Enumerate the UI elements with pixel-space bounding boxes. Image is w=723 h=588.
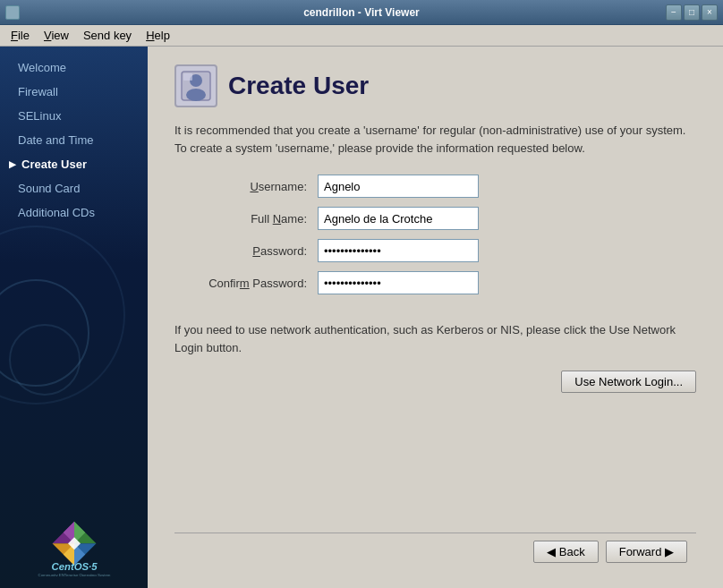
sidebar-item-label: Sound Card [18, 182, 80, 195]
use-network-login-button[interactable]: Use Network Login... [561, 371, 696, 393]
sidebar-item-label: Additional CDs [18, 206, 95, 219]
centos-logo: CentOS·5 Community ENTerprise Operating … [0, 505, 148, 588]
sidebar-item-welcome[interactable]: Welcome [0, 55, 148, 80]
sidebar: Welcome Firewall SELinux Date and Time ▶… [0, 47, 148, 588]
back-icon: ◀ [547, 545, 559, 558]
titlebar-app-icon [5, 5, 20, 20]
svg-text:CentOS·5: CentOS·5 [51, 561, 98, 572]
back-button[interactable]: ◀ Back [533, 541, 599, 563]
create-user-form: Username: Full Name: Password: Confirm P… [174, 175, 696, 303]
menu-help[interactable]: Help [139, 27, 177, 44]
sidebar-item-label: Create User [21, 158, 87, 171]
fullname-label: Full Name: [174, 212, 318, 226]
username-label: Username: [174, 180, 318, 193]
sidebar-item-create-user[interactable]: ▶ Create User [0, 152, 148, 176]
sidebar-item-sound-card[interactable]: Sound Card [0, 176, 148, 200]
minimize-button[interactable]: − [666, 4, 682, 21]
sidebar-item-firewall[interactable]: Firewall [0, 80, 148, 104]
confirm-password-label: Confirm Password: [174, 277, 318, 290]
titlebar-buttons: − □ × [666, 4, 718, 21]
sidebar-item-selinux[interactable]: SELinux [0, 104, 148, 128]
sidebar-item-label: Firewall [18, 85, 58, 98]
bottom-bar: ◀ Back Forward ▶ [174, 533, 696, 570]
network-note: If you need to use network authenticatio… [174, 321, 696, 356]
titlebar-left [5, 5, 20, 20]
sidebar-item-label: Date and Time [18, 133, 94, 147]
active-arrow-icon: ▶ [9, 159, 16, 169]
description-text: It is recommended that you create a 'use… [174, 122, 696, 157]
fullname-row: Full Name: [174, 207, 696, 230]
forward-button[interactable]: Forward ▶ [606, 541, 687, 563]
sidebar-item-label: Welcome [18, 61, 66, 74]
centos-logo-svg: CentOS·5 Community ENTerprise Operating … [34, 514, 115, 576]
svg-rect-14 [183, 73, 192, 81]
titlebar-title: cendrillon - Virt Viewer [303, 6, 420, 19]
titlebar: cendrillon - Virt Viewer − □ × [0, 0, 723, 25]
fullname-input[interactable] [318, 207, 479, 230]
network-button-row: Use Network Login... [174, 371, 696, 393]
page-header: Create User [174, 64, 696, 107]
close-button[interactable]: × [702, 4, 718, 21]
page-icon [174, 64, 217, 107]
confirm-password-row: Confirm Password: [174, 271, 696, 294]
maximize-button[interactable]: □ [684, 4, 700, 21]
confirm-password-input[interactable] [318, 271, 479, 294]
menu-send-key[interactable]: Send key [76, 27, 139, 44]
sidebar-item-date-time[interactable]: Date and Time [0, 128, 148, 152]
svg-text:Community ENTerprise Operating: Community ENTerprise Operating System [38, 573, 110, 576]
password-input[interactable] [318, 239, 479, 262]
main-container: Welcome Firewall SELinux Date and Time ▶… [0, 47, 723, 588]
svg-point-13 [186, 89, 206, 101]
sidebar-item-additional-cds[interactable]: Additional CDs [0, 200, 148, 225]
forward-icon: ▶ [661, 545, 674, 558]
password-row: Password: [174, 239, 696, 262]
menubar: File View Send key Help [0, 25, 723, 47]
menu-file[interactable]: File [4, 27, 37, 44]
page-title: Create User [228, 72, 369, 100]
content-area: Create User It is recommended that you c… [148, 47, 723, 588]
password-label: Password: [174, 244, 318, 258]
username-input[interactable] [318, 175, 479, 198]
sidebar-item-label: SELinux [18, 109, 61, 123]
username-row: Username: [174, 175, 696, 198]
menu-view[interactable]: View [37, 27, 76, 44]
